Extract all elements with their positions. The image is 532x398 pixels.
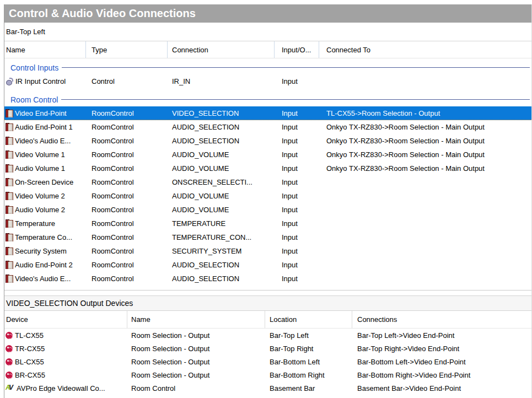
column-header-connected-to[interactable]: Connected To	[319, 41, 531, 58]
cell-connections: Bar-Bottom Left->Video End-Point	[352, 358, 531, 366]
room-control-icon	[6, 275, 13, 283]
cell-device: TR-CX55	[4, 345, 127, 353]
cell-name: Temperature	[4, 219, 86, 228]
row-name-label: Video's Audio E...	[15, 137, 71, 145]
row-name-label: Audio Volume 1	[15, 164, 65, 173]
table-row[interactable]: Video Volume 1 RoomControl AUDIO_VOLUME …	[4, 148, 531, 162]
cell-input-output: Input	[275, 192, 319, 200]
cell-type: RoomControl	[86, 275, 168, 283]
column-header-device-name[interactable]: Name	[127, 311, 265, 328]
cell-device-name: Room Selection - Output	[127, 331, 265, 340]
cell-device: BL-CX55	[4, 358, 127, 366]
lg-display-icon	[6, 358, 13, 365]
column-header-location[interactable]: Location	[265, 311, 352, 328]
cell-location: Bar-Bottom Right	[265, 371, 352, 379]
cell-type: RoomControl	[86, 109, 168, 117]
table-row[interactable]: Video's Audio E... RoomControl AUDIO_SEL…	[4, 134, 531, 148]
cell-connection: TEMPERATURE	[168, 219, 275, 228]
cell-name: On-Screen Device	[4, 178, 86, 186]
cell-connections: Bar-Bottom Right->Video End-Point	[352, 371, 531, 379]
cell-name: Video's Audio E...	[4, 275, 86, 283]
cell-location: Bar-Bottom Left	[265, 358, 352, 366]
location-label: Bar-Top Left	[4, 23, 531, 41]
cell-connection: AUDIO_VOLUME	[168, 206, 275, 214]
row-name-label: IR Input Control	[15, 77, 66, 85]
room-control-icon	[6, 261, 13, 269]
cell-name: Temperature Co...	[4, 233, 86, 241]
table-row[interactable]: Audio Volume 2 RoomControl AUDIO_VOLUME …	[4, 203, 531, 217]
cell-input-output: Input	[275, 178, 319, 186]
table-row[interactable]: Temperature Co... RoomControl TEMPERATUR…	[4, 230, 531, 244]
column-header-connection[interactable]: Connection	[168, 41, 275, 58]
cell-connection: VIDEO_SELECTION	[168, 109, 275, 117]
table-row[interactable]: Video End-Point RoomControl VIDEO_SELECT…	[4, 106, 531, 120]
cell-connected-to: Onkyo TX-RZ830->Room Selection - Main Ou…	[319, 164, 531, 173]
cell-device-name: Room Selection - Output	[127, 345, 265, 353]
table-row[interactable]: BR-CX55 Room Selection - Output Bar-Bott…	[4, 368, 531, 381]
cell-device: TL-CX55	[4, 331, 127, 340]
cell-connection: TEMPERATURE_CON...	[168, 233, 275, 241]
table-row[interactable]: IR Input Control Control IR_IN Input	[4, 74, 531, 88]
row-name-label: Video End-Point	[15, 109, 67, 117]
lg-display-icon	[6, 332, 13, 339]
cell-input-output: Input	[275, 150, 319, 159]
cell-type: RoomControl	[86, 233, 168, 241]
cell-device: BR-CX55	[4, 371, 127, 379]
column-header-input-output[interactable]: Input/O...	[275, 41, 319, 58]
cell-device-name: Room Selection - Output	[127, 371, 265, 379]
table-row[interactable]: Video's Audio E... RoomControl AUDIO_SEL…	[4, 272, 531, 286]
output-devices-section-title: VIDEO_SELECTION Output Devices	[4, 295, 531, 311]
table-row[interactable]: Audio End-Point 1 RoomControl AUDIO_SELE…	[4, 120, 531, 134]
bottom-table-body: TL-CX55 Room Selection - Output Bar-Top …	[4, 329, 531, 395]
cell-input-output: Input	[275, 123, 319, 131]
cell-input-output: Input	[275, 206, 319, 214]
row-name-label: Temperature Co...	[15, 233, 72, 241]
page-title: Control & Audio Video Connections	[4, 4, 531, 23]
row-name-label: Video's Audio E...	[15, 275, 71, 283]
cell-type: RoomControl	[86, 137, 168, 145]
group-header: Room Control	[4, 93, 531, 106]
column-header-device[interactable]: Device	[4, 311, 127, 328]
cell-connections: Bar-Top Left->Video End-Point	[352, 331, 531, 340]
cell-type: RoomControl	[86, 261, 168, 269]
room-control-icon	[6, 192, 13, 200]
table-row[interactable]: TR-CX55 Room Selection - Output Bar-Top …	[4, 342, 531, 355]
row-name-label: Audio Volume 2	[15, 206, 65, 214]
table-row[interactable]: Temperature RoomControl TEMPERATURE Inpu…	[4, 217, 531, 230]
cell-name: Security System	[4, 247, 86, 255]
table-row[interactable]: Audio Volume 1 RoomControl AUDIO_VOLUME …	[4, 162, 531, 175]
table-row[interactable]: AVPro Edge Videowall Co... Room Control …	[4, 381, 531, 395]
cell-input-output: Input	[275, 219, 319, 228]
cell-device: AVPro Edge Videowall Co...	[4, 384, 127, 392]
cell-name: Audio End-Point 2	[4, 261, 86, 269]
cell-connection: AUDIO_VOLUME	[168, 192, 275, 200]
cell-type: Control	[86, 77, 168, 85]
room-control-icon	[6, 109, 13, 117]
cell-type: RoomControl	[86, 150, 168, 159]
cell-input-output: Input	[275, 261, 319, 269]
table-row[interactable]: Security System RoomControl SECURITY_SYS…	[4, 244, 531, 258]
cell-name: Audio End-Point 1	[4, 123, 86, 131]
cell-connection: AUDIO_VOLUME	[168, 164, 275, 173]
column-header-connections[interactable]: Connections	[352, 311, 531, 328]
column-header-name[interactable]: Name	[4, 41, 86, 58]
cell-connection: ONSCREEN_SELECTI...	[168, 178, 275, 186]
table-row[interactable]: On-Screen Device RoomControl ONSCREEN_SE…	[4, 175, 531, 189]
cell-type: RoomControl	[86, 164, 168, 173]
cell-connection: IR_IN	[168, 77, 275, 85]
cell-name: Video Volume 1	[4, 150, 86, 159]
cell-location: Basement Bar	[265, 384, 352, 392]
cell-type: RoomControl	[86, 206, 168, 214]
cell-name: Video's Audio E...	[4, 137, 86, 145]
lg-display-icon	[6, 372, 13, 379]
table-row[interactable]: Audio End-Point 2 RoomControl AUDIO_SELE…	[4, 258, 531, 272]
cell-connection: AUDIO_SELECTION	[168, 261, 275, 269]
cell-type: RoomControl	[86, 192, 168, 200]
cell-type: RoomControl	[86, 247, 168, 255]
column-header-type[interactable]: Type	[86, 41, 168, 58]
table-row[interactable]: Video Volume 2 RoomControl AUDIO_VOLUME …	[4, 189, 531, 203]
table-row[interactable]: BL-CX55 Room Selection - Output Bar-Bott…	[4, 355, 531, 368]
table-row[interactable]: TL-CX55 Room Selection - Output Bar-Top …	[4, 329, 531, 342]
cell-name: Video Volume 2	[4, 192, 86, 200]
cell-connection: AUDIO_SELECTION	[168, 123, 275, 131]
